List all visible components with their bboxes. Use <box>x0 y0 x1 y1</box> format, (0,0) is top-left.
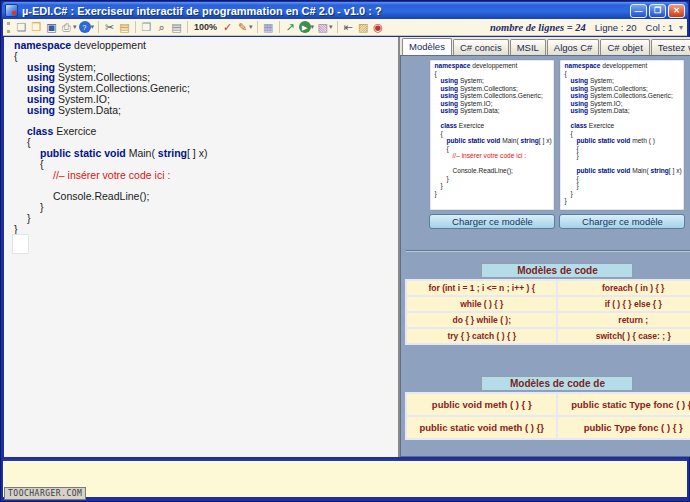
record-icon[interactable]: ◉ <box>371 20 386 34</box>
help-icon[interactable]: ? <box>79 21 91 33</box>
code-line: } <box>430 190 554 198</box>
model-preview-1[interactable]: namespace developpement{using System;usi… <box>429 59 555 211</box>
code-line: //– insérer votre code ici : <box>4 170 398 181</box>
syntax-check-icon[interactable]: ✓ <box>220 20 235 34</box>
code-line: class Exercice <box>560 122 684 130</box>
copy-icon[interactable]: ❐ <box>139 20 154 34</box>
code-model-cell[interactable]: for (int i = 1 ; i <= n ; i++ ) { <box>407 281 556 295</box>
code-model-cell[interactable]: public static Type fonc ( ) {} <box>558 394 690 415</box>
toolbar-grip[interactable] <box>7 22 10 33</box>
code-line: using System.Data; <box>430 107 554 115</box>
export-icon[interactable]: ↗ <box>283 20 298 34</box>
code-models-table: for (int i = 1 ; i <= n ; i++ ) {foreach… <box>405 279 690 345</box>
code-line: namespace developpement <box>560 62 684 70</box>
code-line <box>560 115 684 123</box>
code-line: } <box>560 182 684 190</box>
find-icon[interactable]: ⌕ <box>154 20 169 34</box>
table-row: public void meth ( ) { }public static Ty… <box>407 394 690 415</box>
pen-icon[interactable]: ✎ <box>235 20 250 34</box>
code-model-cell[interactable]: switch( ) { case: ; } <box>558 329 690 343</box>
help-icon-dropdown[interactable]: ▾ <box>91 23 95 31</box>
code-model-cell[interactable]: return ; <box>558 313 690 327</box>
right-panel: ModèlesC# concisMSILAlgos C#C# objetTest… <box>400 37 690 457</box>
tab-modèles[interactable]: Modèles <box>402 38 452 55</box>
code-line: } <box>560 190 684 198</box>
code-line: { <box>430 130 554 138</box>
tab-algos-c#[interactable]: Algos C# <box>547 39 600 55</box>
code-line: using System.Collections; <box>560 85 684 93</box>
code-model-cell[interactable]: try { } catch ( ) { } <box>407 329 556 343</box>
table-row: while ( ) { }if ( ) { } else { } <box>407 297 690 311</box>
pen-icon-dropdown[interactable]: ▾ <box>249 23 253 31</box>
line-count-status: nombre de lignes = 24 <box>490 22 586 33</box>
open-folder-icon[interactable]: ❒ <box>29 20 44 34</box>
method-models-section: Modèles de code de public void meth ( ) … <box>401 376 690 440</box>
code-line: namespace developpement <box>430 62 554 70</box>
print-icon-dropdown[interactable]: ▾ <box>73 23 77 31</box>
tab-bar: ModèlesC# concisMSILAlgos C#C# objetTest… <box>400 37 690 55</box>
tab-c#-objet[interactable]: C# objet <box>600 39 649 55</box>
toolbar-separator <box>279 21 280 33</box>
table-icon[interactable]: ▦ <box>261 20 276 34</box>
code-model-cell[interactable]: if ( ) { } else { } <box>558 297 690 311</box>
code-editor[interactable]: namespace developpement{using System;usi… <box>4 37 400 457</box>
tab-c#-concis[interactable]: C# concis <box>453 39 509 55</box>
tab-testez-vous[interactable]: Testez vous <box>651 39 690 55</box>
code-line <box>430 160 554 168</box>
code-model-cell[interactable]: do { } while ( ); <box>407 313 556 327</box>
load-model-button-1[interactable]: Charger ce modèle <box>429 214 555 229</box>
code-line: { <box>560 145 684 153</box>
toolbar-overflow-chevron-icon[interactable]: ▾ <box>679 23 683 32</box>
code-line: using System.Collections.Generic; <box>560 92 684 100</box>
code-line <box>560 160 684 168</box>
method-models-table: public void meth ( ) { }public static Ty… <box>405 392 690 440</box>
report-icon[interactable]: ▤ <box>169 20 184 34</box>
print-icon[interactable]: ⎙ <box>59 20 74 34</box>
load-model-button-2[interactable]: Charger ce modèle <box>559 214 685 229</box>
model-card-2: namespace developpement{using System;usi… <box>559 59 685 229</box>
window-title: µ-EDI.C# : Exerciseur interactif de prog… <box>22 5 630 17</box>
code-model-cell[interactable]: while ( ) { } <box>407 297 556 311</box>
code-line: public static void Main( string[ ] x) <box>560 167 684 175</box>
code-model-cell[interactable]: public static void meth ( ) {} <box>407 417 556 438</box>
image-icon[interactable]: ▧ <box>315 20 330 34</box>
status-area: nombre de lignes = 24 Ligne : 20 Col : 1 <box>490 22 679 33</box>
model-preview-2[interactable]: namespace developpement{using System;usi… <box>559 59 685 211</box>
line-status: Ligne : 20 <box>595 22 637 33</box>
indent-icon[interactable]: ⇤ <box>341 20 356 34</box>
code-model-cell[interactable]: foreach ( in ) { } <box>558 281 690 295</box>
code-line: class Exercice <box>430 122 554 130</box>
new-file-icon[interactable]: ❏ <box>14 20 29 34</box>
code-line: } <box>4 224 398 235</box>
zoom-level[interactable]: 100% <box>194 22 217 32</box>
toolbar-separator <box>187 21 188 33</box>
tab-msil[interactable]: MSIL <box>510 39 546 55</box>
code-model-cell[interactable]: public Type fonc ( ) { } <box>558 417 690 438</box>
code-line: class Exercice <box>4 126 398 137</box>
minimize-button[interactable]: — <box>630 4 647 18</box>
toolbar-separator <box>98 21 99 33</box>
save-icon[interactable]: ▣ <box>44 20 59 34</box>
image-icon-dropdown[interactable]: ▾ <box>329 23 333 31</box>
run-icon-dropdown[interactable]: ▾ <box>311 23 315 31</box>
code-line: { <box>560 175 684 183</box>
properties-icon[interactable]: ▨ <box>356 20 371 34</box>
code-line: { <box>430 70 554 78</box>
code-model-cell[interactable]: public void meth ( ) { } <box>407 394 556 415</box>
code-line: } <box>430 175 554 183</box>
watermark-label: TOOCHARGER.COM <box>4 487 86 500</box>
code-line: Console.ReadLine(); <box>430 167 554 175</box>
code-line: using System.IO; <box>560 100 684 108</box>
code-line: } <box>560 197 684 205</box>
cut-icon[interactable]: ✂ <box>102 20 117 34</box>
code-line: using System; <box>560 77 684 85</box>
run-icon[interactable]: ▶ <box>299 21 311 33</box>
code-line: { <box>430 145 554 153</box>
models-tab-panel: namespace developpement{using System;usi… <box>400 55 690 457</box>
code-line: using System.Data; <box>4 105 398 116</box>
paste-icon[interactable]: ▤ <box>117 20 132 34</box>
close-button[interactable]: ✕ <box>668 4 685 18</box>
maximize-button[interactable]: ❐ <box>649 4 666 18</box>
code-line <box>430 115 554 123</box>
table-row: do { } while ( );return ; <box>407 313 690 327</box>
